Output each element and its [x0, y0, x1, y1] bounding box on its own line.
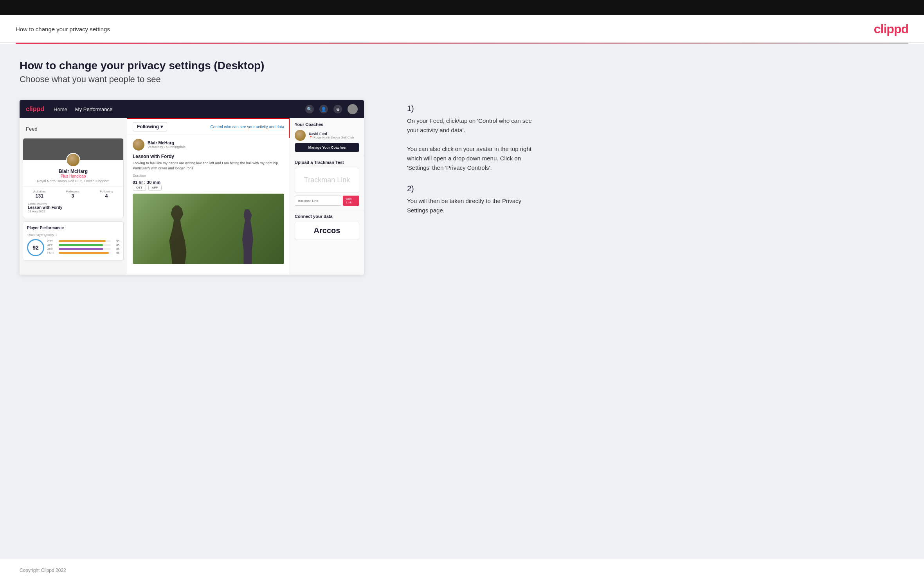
golfer-silhouette-2: [234, 209, 261, 264]
arccos-brand: Arccos: [295, 222, 359, 239]
location-icon: 📍: [309, 136, 313, 139]
post-description: Looking to feel like my hands are exitin…: [133, 161, 284, 171]
perf-bars: OTT 90 APP 85 ARG: [47, 240, 119, 255]
following-label: Following: [137, 124, 159, 129]
stat-activities: Activities 131: [33, 190, 46, 199]
post-duration-label: Duration: [133, 174, 284, 178]
coaches-title: Your Coaches: [295, 122, 359, 127]
stat-followers-label: Followers: [66, 190, 79, 193]
stat-followers: Followers 3: [66, 190, 79, 199]
avatar-image: [67, 154, 79, 166]
ott-bar: [59, 240, 111, 242]
app-navbar: clippd Home My Performance 🔍 👤 ⊕: [20, 100, 364, 118]
connect-section: Connect your data Arccos: [290, 210, 364, 243]
arg-bar: [59, 248, 111, 250]
app-val: 85: [112, 244, 119, 246]
app-ui-mockup: clippd Home My Performance 🔍 👤 ⊕ Feed: [20, 100, 364, 275]
app-feed: Following ▾ Control who can see your act…: [127, 118, 290, 275]
trackman-title: Upload a Trackman Test: [295, 160, 359, 165]
trackman-box: Trackman Link: [295, 168, 359, 192]
feed-tab[interactable]: Feed: [20, 123, 127, 135]
app-right-panel: Your Coaches David Ford 📍 Royal North De…: [290, 118, 364, 275]
add-link-button[interactable]: Add Link: [343, 196, 359, 206]
post-title: Lesson with Fordy: [133, 154, 284, 159]
control-privacy-link[interactable]: Control who can see your activity and da…: [211, 125, 284, 129]
post-author-avatar: [133, 139, 144, 151]
manage-coaches-button[interactable]: Manage Your Coaches: [295, 143, 359, 152]
header: How to change your privacy settings clip…: [0, 15, 924, 43]
post-image: [133, 194, 284, 264]
coach-club: 📍 Royal North Devon Golf Club: [309, 136, 354, 139]
perf-body: 92 OTT 90 APP 85: [27, 239, 119, 256]
post-author-name: Blair McHarg: [148, 140, 186, 145]
putt-val: 96: [112, 252, 119, 254]
perf-row-putt: PUTT 96: [47, 252, 119, 254]
stat-activities-label: Activities: [33, 190, 46, 193]
ott-label: OTT: [47, 240, 57, 243]
stat-followers-value: 3: [66, 193, 79, 199]
step-1-number: 1): [407, 104, 904, 113]
quality-label: Total Player Quality ℹ: [27, 233, 119, 237]
trackman-section: Upload a Trackman Test Trackman Link Add…: [290, 156, 364, 210]
instruction-2: 2) You will then be taken directly to th…: [407, 184, 904, 215]
post-author: Blair McHarg Yesterday · Sunningdale: [133, 139, 284, 151]
post-duration-value: 01 hr : 30 min: [133, 180, 284, 185]
perf-row-arg: ARG 86: [47, 248, 119, 250]
post-author-meta: Yesterday · Sunningdale: [148, 145, 186, 149]
nav-link-performance[interactable]: My Performance: [75, 106, 112, 112]
red-annotation-border: [127, 118, 290, 119]
info-icon: ℹ: [56, 233, 57, 237]
post-author-info: Blair McHarg Yesterday · Sunningdale: [148, 140, 186, 149]
profile-stats: Activities 131 Followers 3 Following 4: [23, 186, 123, 199]
trackman-input-row: Add Link: [295, 196, 359, 206]
post-tag-app: APP: [148, 185, 162, 191]
latest-activity: Latest Activity Lesson with Fordy 03 Aug…: [23, 199, 123, 213]
coach-info: David Ford 📍 Royal North Devon Golf Club: [309, 132, 354, 139]
settings-icon[interactable]: ⊕: [333, 105, 342, 113]
page-subheading: Choose what you want people to see: [20, 74, 904, 84]
step-2-number: 2): [407, 184, 904, 193]
latest-label: Latest Activity: [28, 202, 119, 205]
step-2-text: You will then be taken directly to the P…: [407, 196, 540, 215]
latest-name: Lesson with Fordy: [28, 205, 119, 210]
main-content: How to change your privacy settings (Des…: [0, 44, 924, 558]
instruction-1: 1) On your Feed, click/tap on 'Control w…: [407, 104, 904, 173]
footer-copyright: Copyright Clippd 2022: [20, 568, 66, 573]
profile-handicap: Plus Handicap: [23, 174, 123, 178]
footer: Copyright Clippd 2022: [0, 558, 924, 577]
instructions: 1) On your Feed, click/tap on 'Control w…: [395, 100, 904, 227]
avatar-icon[interactable]: [348, 104, 358, 114]
putt-label: PUTT: [47, 252, 57, 254]
search-icon[interactable]: 🔍: [305, 105, 314, 113]
page-heading: How to change your privacy settings (Des…: [20, 59, 904, 72]
app-sidebar: Feed Blair McHarg Plus Handicap Royal No…: [20, 118, 127, 275]
coach-name: David Ford: [309, 132, 354, 136]
perf-row-ott: OTT 90: [47, 240, 119, 243]
feed-label: Feed: [26, 126, 38, 132]
profile-avatar: [66, 153, 80, 167]
dropdown-icon: ▾: [160, 124, 163, 129]
app-screenshot: clippd Home My Performance 🔍 👤 ⊕ Feed: [20, 100, 904, 275]
feed-header: Following ▾ Control who can see your act…: [127, 118, 290, 135]
app-nav-icons: 🔍 👤 ⊕: [305, 104, 358, 114]
app-bar: [59, 244, 111, 246]
stat-following: Following 4: [100, 190, 113, 199]
quality-score: 92: [27, 239, 44, 256]
app-body: Feed Blair McHarg Plus Handicap Royal No…: [20, 118, 364, 275]
golfer-silhouette-1: [163, 205, 194, 264]
app-nav-links: Home My Performance: [54, 106, 112, 112]
post-tag-ott: OTT: [133, 185, 146, 191]
following-button[interactable]: Following ▾: [133, 122, 167, 131]
ott-val: 90: [112, 240, 119, 243]
connect-title: Connect your data: [295, 214, 359, 219]
person-icon[interactable]: 👤: [319, 105, 328, 113]
step-1-text: On your Feed, click/tap on 'Control who …: [407, 116, 540, 173]
clippd-logo: clippd: [874, 22, 908, 36]
nav-link-home[interactable]: Home: [54, 106, 67, 112]
app-nav-logo: clippd: [26, 106, 44, 113]
player-performance: Player Performance Total Player Quality …: [23, 221, 124, 261]
coach-item: David Ford 📍 Royal North Devon Golf Club: [295, 130, 359, 141]
trackman-input[interactable]: [295, 196, 341, 206]
coaches-section: Your Coaches David Ford 📍 Royal North De…: [290, 118, 364, 156]
app-label: APP: [47, 244, 57, 246]
